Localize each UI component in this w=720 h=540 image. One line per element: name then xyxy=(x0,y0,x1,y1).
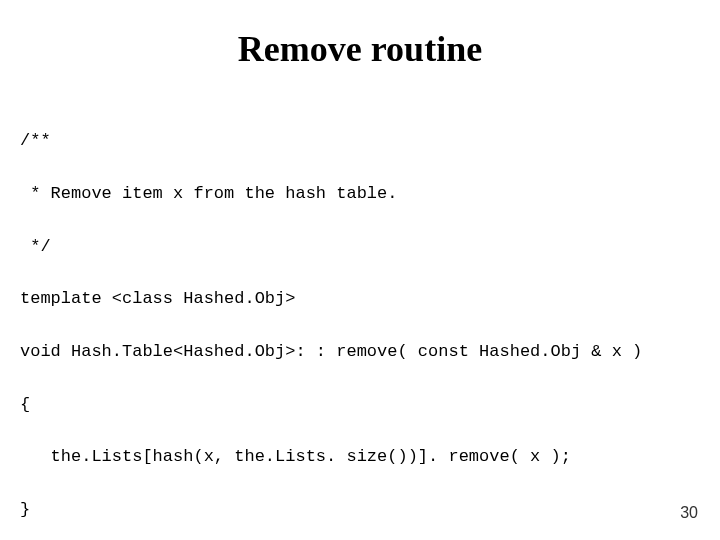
code-line: * Remove item x from the hash table. xyxy=(20,181,720,207)
code-line: */ xyxy=(20,234,720,260)
page-number: 30 xyxy=(680,504,698,522)
code-line: template <class Hashed.Obj> xyxy=(20,286,720,312)
slide-title: Remove routine xyxy=(0,28,720,70)
code-line: /** xyxy=(20,128,720,154)
code-line: the.Lists[hash(x, the.Lists. size())]. r… xyxy=(20,444,720,470)
code-line: void Hash.Table<Hashed.Obj>: : remove( c… xyxy=(20,339,720,365)
code-line: } xyxy=(20,497,720,523)
code-line: { xyxy=(20,392,720,418)
code-block: /** * Remove item x from the hash table.… xyxy=(20,102,720,540)
